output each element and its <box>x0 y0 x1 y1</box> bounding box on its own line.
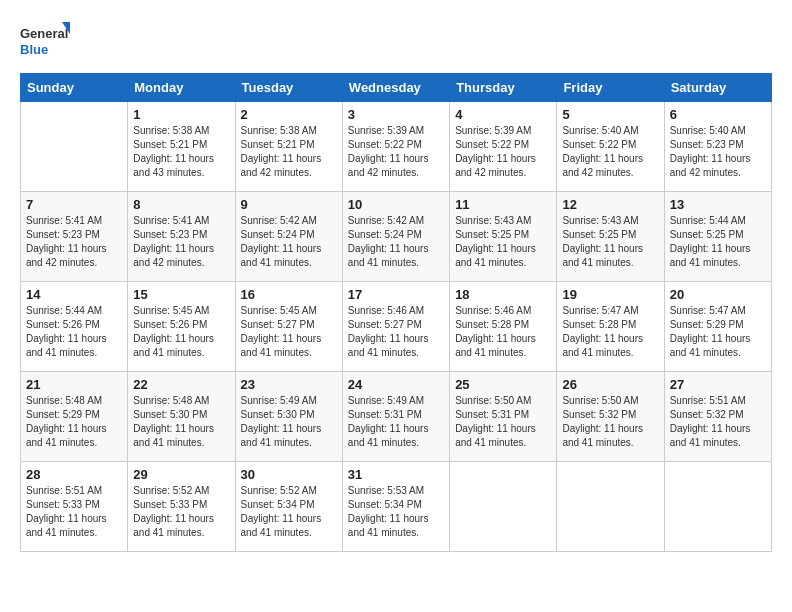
day-info: Sunrise: 5:48 AMSunset: 5:29 PMDaylight:… <box>26 394 122 450</box>
day-cell <box>664 462 771 552</box>
day-number: 25 <box>455 377 551 392</box>
week-row-3: 14Sunrise: 5:44 AMSunset: 5:26 PMDayligh… <box>21 282 772 372</box>
day-info: Sunrise: 5:41 AMSunset: 5:23 PMDaylight:… <box>133 214 229 270</box>
day-number: 8 <box>133 197 229 212</box>
day-info: Sunrise: 5:49 AMSunset: 5:31 PMDaylight:… <box>348 394 444 450</box>
day-info: Sunrise: 5:42 AMSunset: 5:24 PMDaylight:… <box>348 214 444 270</box>
day-cell: 27Sunrise: 5:51 AMSunset: 5:32 PMDayligh… <box>664 372 771 462</box>
day-cell <box>21 102 128 192</box>
day-info: Sunrise: 5:50 AMSunset: 5:31 PMDaylight:… <box>455 394 551 450</box>
day-info: Sunrise: 5:50 AMSunset: 5:32 PMDaylight:… <box>562 394 658 450</box>
day-cell: 31Sunrise: 5:53 AMSunset: 5:34 PMDayligh… <box>342 462 449 552</box>
day-info: Sunrise: 5:51 AMSunset: 5:32 PMDaylight:… <box>670 394 766 450</box>
day-info: Sunrise: 5:44 AMSunset: 5:25 PMDaylight:… <box>670 214 766 270</box>
day-cell: 14Sunrise: 5:44 AMSunset: 5:26 PMDayligh… <box>21 282 128 372</box>
day-number: 9 <box>241 197 337 212</box>
day-cell: 19Sunrise: 5:47 AMSunset: 5:28 PMDayligh… <box>557 282 664 372</box>
svg-text:General: General <box>20 26 68 41</box>
day-cell: 13Sunrise: 5:44 AMSunset: 5:25 PMDayligh… <box>664 192 771 282</box>
weekday-header-saturday: Saturday <box>664 74 771 102</box>
weekday-header-tuesday: Tuesday <box>235 74 342 102</box>
day-cell: 6Sunrise: 5:40 AMSunset: 5:23 PMDaylight… <box>664 102 771 192</box>
day-number: 15 <box>133 287 229 302</box>
day-cell: 9Sunrise: 5:42 AMSunset: 5:24 PMDaylight… <box>235 192 342 282</box>
day-info: Sunrise: 5:52 AMSunset: 5:34 PMDaylight:… <box>241 484 337 540</box>
day-cell: 24Sunrise: 5:49 AMSunset: 5:31 PMDayligh… <box>342 372 449 462</box>
calendar-table: SundayMondayTuesdayWednesdayThursdayFrid… <box>20 73 772 552</box>
week-row-5: 28Sunrise: 5:51 AMSunset: 5:33 PMDayligh… <box>21 462 772 552</box>
svg-text:Blue: Blue <box>20 42 48 57</box>
day-cell: 7Sunrise: 5:41 AMSunset: 5:23 PMDaylight… <box>21 192 128 282</box>
day-cell: 30Sunrise: 5:52 AMSunset: 5:34 PMDayligh… <box>235 462 342 552</box>
day-number: 1 <box>133 107 229 122</box>
day-cell <box>557 462 664 552</box>
day-cell: 2Sunrise: 5:38 AMSunset: 5:21 PMDaylight… <box>235 102 342 192</box>
day-cell: 16Sunrise: 5:45 AMSunset: 5:27 PMDayligh… <box>235 282 342 372</box>
day-info: Sunrise: 5:53 AMSunset: 5:34 PMDaylight:… <box>348 484 444 540</box>
day-info: Sunrise: 5:43 AMSunset: 5:25 PMDaylight:… <box>562 214 658 270</box>
day-number: 17 <box>348 287 444 302</box>
day-info: Sunrise: 5:44 AMSunset: 5:26 PMDaylight:… <box>26 304 122 360</box>
day-info: Sunrise: 5:40 AMSunset: 5:22 PMDaylight:… <box>562 124 658 180</box>
day-cell: 17Sunrise: 5:46 AMSunset: 5:27 PMDayligh… <box>342 282 449 372</box>
weekday-header-wednesday: Wednesday <box>342 74 449 102</box>
page-header: General Blue <box>20 20 772 65</box>
day-number: 31 <box>348 467 444 482</box>
day-cell: 10Sunrise: 5:42 AMSunset: 5:24 PMDayligh… <box>342 192 449 282</box>
day-number: 4 <box>455 107 551 122</box>
weekday-header-monday: Monday <box>128 74 235 102</box>
day-info: Sunrise: 5:41 AMSunset: 5:23 PMDaylight:… <box>26 214 122 270</box>
day-cell: 20Sunrise: 5:47 AMSunset: 5:29 PMDayligh… <box>664 282 771 372</box>
day-info: Sunrise: 5:45 AMSunset: 5:26 PMDaylight:… <box>133 304 229 360</box>
day-number: 18 <box>455 287 551 302</box>
day-info: Sunrise: 5:43 AMSunset: 5:25 PMDaylight:… <box>455 214 551 270</box>
day-number: 29 <box>133 467 229 482</box>
day-cell: 15Sunrise: 5:45 AMSunset: 5:26 PMDayligh… <box>128 282 235 372</box>
day-number: 28 <box>26 467 122 482</box>
day-cell: 12Sunrise: 5:43 AMSunset: 5:25 PMDayligh… <box>557 192 664 282</box>
day-number: 3 <box>348 107 444 122</box>
weekday-header-row: SundayMondayTuesdayWednesdayThursdayFrid… <box>21 74 772 102</box>
week-row-4: 21Sunrise: 5:48 AMSunset: 5:29 PMDayligh… <box>21 372 772 462</box>
day-number: 13 <box>670 197 766 212</box>
day-info: Sunrise: 5:52 AMSunset: 5:33 PMDaylight:… <box>133 484 229 540</box>
day-info: Sunrise: 5:39 AMSunset: 5:22 PMDaylight:… <box>348 124 444 180</box>
day-cell: 26Sunrise: 5:50 AMSunset: 5:32 PMDayligh… <box>557 372 664 462</box>
day-cell: 3Sunrise: 5:39 AMSunset: 5:22 PMDaylight… <box>342 102 449 192</box>
day-info: Sunrise: 5:47 AMSunset: 5:28 PMDaylight:… <box>562 304 658 360</box>
day-info: Sunrise: 5:46 AMSunset: 5:28 PMDaylight:… <box>455 304 551 360</box>
day-info: Sunrise: 5:38 AMSunset: 5:21 PMDaylight:… <box>133 124 229 180</box>
day-cell: 18Sunrise: 5:46 AMSunset: 5:28 PMDayligh… <box>450 282 557 372</box>
day-info: Sunrise: 5:39 AMSunset: 5:22 PMDaylight:… <box>455 124 551 180</box>
day-info: Sunrise: 5:40 AMSunset: 5:23 PMDaylight:… <box>670 124 766 180</box>
day-cell: 22Sunrise: 5:48 AMSunset: 5:30 PMDayligh… <box>128 372 235 462</box>
day-number: 7 <box>26 197 122 212</box>
logo-svg: General Blue <box>20 20 70 65</box>
day-info: Sunrise: 5:46 AMSunset: 5:27 PMDaylight:… <box>348 304 444 360</box>
week-row-2: 7Sunrise: 5:41 AMSunset: 5:23 PMDaylight… <box>21 192 772 282</box>
day-number: 19 <box>562 287 658 302</box>
day-number: 24 <box>348 377 444 392</box>
day-info: Sunrise: 5:42 AMSunset: 5:24 PMDaylight:… <box>241 214 337 270</box>
day-cell: 1Sunrise: 5:38 AMSunset: 5:21 PMDaylight… <box>128 102 235 192</box>
day-number: 30 <box>241 467 337 482</box>
day-number: 5 <box>562 107 658 122</box>
day-cell: 4Sunrise: 5:39 AMSunset: 5:22 PMDaylight… <box>450 102 557 192</box>
logo: General Blue <box>20 20 70 65</box>
day-cell: 28Sunrise: 5:51 AMSunset: 5:33 PMDayligh… <box>21 462 128 552</box>
day-info: Sunrise: 5:51 AMSunset: 5:33 PMDaylight:… <box>26 484 122 540</box>
day-number: 6 <box>670 107 766 122</box>
day-info: Sunrise: 5:47 AMSunset: 5:29 PMDaylight:… <box>670 304 766 360</box>
day-number: 21 <box>26 377 122 392</box>
day-number: 22 <box>133 377 229 392</box>
day-cell: 25Sunrise: 5:50 AMSunset: 5:31 PMDayligh… <box>450 372 557 462</box>
day-info: Sunrise: 5:49 AMSunset: 5:30 PMDaylight:… <box>241 394 337 450</box>
day-info: Sunrise: 5:38 AMSunset: 5:21 PMDaylight:… <box>241 124 337 180</box>
weekday-header-sunday: Sunday <box>21 74 128 102</box>
day-cell: 11Sunrise: 5:43 AMSunset: 5:25 PMDayligh… <box>450 192 557 282</box>
day-number: 12 <box>562 197 658 212</box>
day-number: 27 <box>670 377 766 392</box>
weekday-header-friday: Friday <box>557 74 664 102</box>
day-number: 26 <box>562 377 658 392</box>
day-info: Sunrise: 5:48 AMSunset: 5:30 PMDaylight:… <box>133 394 229 450</box>
